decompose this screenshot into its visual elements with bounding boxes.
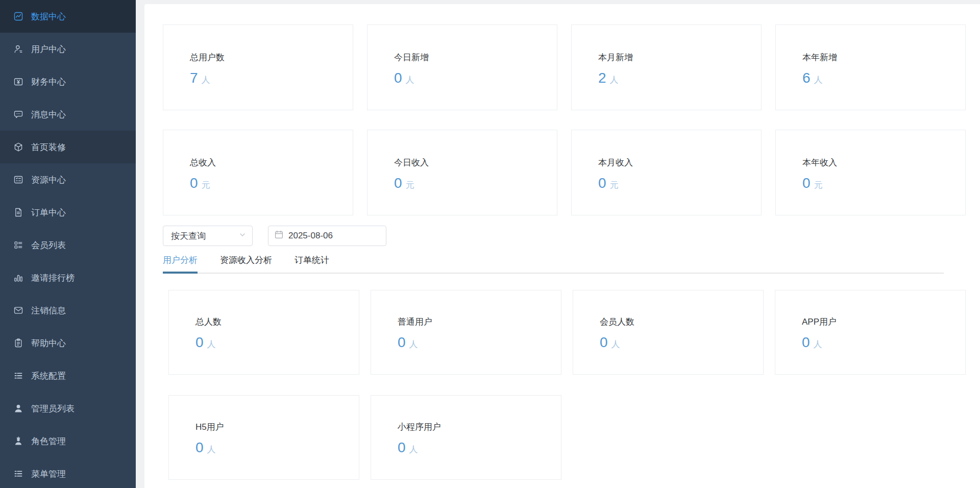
sidebar-item-label: 资源中心 (31, 174, 66, 186)
sidebar-item-label: 消息中心 (31, 109, 66, 120)
stat-label: 本月收入 (598, 157, 761, 168)
stat-card-total-users: 总用户数 7人 (163, 25, 353, 110)
sidebar-item-label: 系统配置 (31, 370, 66, 382)
member-list-icon (13, 240, 23, 250)
sidebar-item-help-center[interactable]: 帮助中心 (0, 327, 136, 359)
menu-lines-icon (13, 371, 23, 381)
filter-row: 按天查询 2025-08-06 (163, 226, 966, 246)
analysis-tabs: 用户分析 资源收入分析 订单统计 (163, 254, 944, 274)
stat-card-year-revenue: 本年收入 0元 (775, 130, 966, 215)
sidebar-item-label: 订单中心 (31, 207, 66, 218)
order-document-icon (13, 207, 23, 217)
menu-lines-icon (13, 469, 23, 479)
admin-person-icon (13, 403, 23, 413)
sidebar-item-resource-center[interactable]: 资源中心 (0, 163, 136, 196)
sidebar-item-label: 菜单管理 (31, 468, 66, 480)
stat-value: 0人 (394, 70, 557, 86)
sidebar-item-admin-list[interactable]: 管理员列表 (0, 392, 136, 425)
stat-value: 0人 (195, 440, 359, 456)
stat-value: 0人 (398, 334, 561, 351)
stat-label: 本年新增 (802, 52, 965, 63)
sidebar-item-label: 财务中心 (31, 76, 66, 88)
user-analysis-section: 总人数 0人 普通用户 0人 会员人数 0人 APP用户 0人 H5用户 (168, 290, 966, 480)
finance-box-icon (13, 77, 23, 87)
stat-label: 总用户数 (190, 52, 353, 63)
calendar-icon (275, 230, 283, 241)
stat-value: 0人 (802, 334, 965, 351)
stat-label: 本年收入 (802, 157, 965, 168)
stat-label: 今日收入 (394, 157, 557, 168)
stat-value: 0人 (195, 334, 359, 351)
tab-order-statistics[interactable]: 订单统计 (295, 254, 329, 273)
stat-label: 本月新增 (598, 52, 761, 63)
sidebar-item-order-center[interactable]: 订单中心 (0, 196, 136, 229)
stat-card-miniprogram-users: 小程序用户 0人 (371, 395, 561, 480)
query-type-select[interactable]: 按天查询 (163, 226, 253, 246)
stat-label: APP用户 (802, 316, 965, 328)
stat-label: 总收入 (190, 157, 353, 168)
stat-value: 0人 (600, 334, 763, 351)
sidebar-item-user-center[interactable]: 用户中心 (0, 33, 136, 65)
stat-card-app-users: APP用户 0人 (775, 290, 966, 375)
stat-card-total-people: 总人数 0人 (168, 290, 359, 375)
stat-card-month-new: 本月新增 2人 (571, 25, 762, 110)
stat-card-today-revenue: 今日收入 0元 (367, 130, 557, 215)
sidebar-item-finance-center[interactable]: 财务中心 (0, 65, 136, 98)
date-picker-input[interactable]: 2025-08-06 (268, 226, 386, 246)
chevron-down-icon (239, 231, 246, 241)
stat-card-today-new: 今日新增 0人 (367, 25, 557, 110)
stat-label: H5用户 (195, 421, 359, 433)
role-person-icon (13, 436, 23, 446)
sidebar: 数据中心 用户中心 财务中心 消息中心 首页装修 (0, 0, 136, 488)
sidebar-item-system-config[interactable]: 系统配置 (0, 359, 136, 392)
stat-label: 总人数 (195, 316, 359, 328)
stat-value: 7人 (190, 70, 353, 86)
sidebar-item-logout-info[interactable]: 注销信息 (0, 294, 136, 327)
main-panel: 总用户数 7人 今日新增 0人 本月新增 2人 本年新增 6人 总收入 (144, 4, 980, 488)
stat-card-normal-users: 普通用户 0人 (371, 290, 561, 375)
app-root: 数据中心 用户中心 财务中心 消息中心 首页装修 (0, 0, 980, 488)
stat-label: 会员人数 (600, 316, 763, 328)
stat-label: 小程序用户 (398, 421, 561, 433)
user-icon (13, 44, 23, 54)
stat-value: 0元 (802, 175, 965, 191)
sidebar-item-message-center[interactable]: 消息中心 (0, 98, 136, 131)
resource-list-icon (13, 175, 23, 185)
mail-icon (13, 305, 23, 315)
stat-value: 0元 (394, 175, 557, 191)
tab-user-analysis[interactable]: 用户分析 (163, 254, 198, 273)
sidebar-item-label: 用户中心 (31, 43, 66, 55)
query-type-value: 按天查询 (171, 230, 206, 242)
tab-resource-revenue-analysis[interactable]: 资源收入分析 (220, 254, 272, 273)
sidebar-item-role-management[interactable]: 角色管理 (0, 425, 136, 457)
date-value: 2025-08-06 (288, 231, 333, 241)
message-bubble-icon (13, 109, 23, 119)
sidebar-item-label: 数据中心 (31, 11, 66, 22)
sidebar-item-label: 注销信息 (31, 305, 66, 316)
stat-card-h5-users: H5用户 0人 (168, 395, 359, 480)
stat-value: 2人 (598, 70, 761, 86)
sidebar-item-data-center[interactable]: 数据中心 (0, 0, 136, 33)
sidebar-item-label: 会员列表 (31, 239, 66, 251)
sidebar-item-label: 首页装修 (31, 141, 66, 153)
overview-section: 总用户数 7人 今日新增 0人 本月新增 2人 本年新增 6人 总收入 (163, 25, 966, 215)
stat-value: 0元 (190, 175, 353, 191)
bar-chart-icon (13, 273, 23, 283)
trend-chart-icon (13, 11, 23, 21)
sidebar-item-label: 帮助中心 (31, 337, 66, 349)
stat-value: 0人 (398, 440, 561, 456)
stat-value: 6人 (802, 70, 965, 86)
stat-card-total-revenue: 总收入 0元 (163, 130, 353, 215)
sidebar-item-label: 邀请排行榜 (31, 272, 75, 284)
main-area: 总用户数 7人 今日新增 0人 本月新增 2人 本年新增 6人 总收入 (136, 0, 980, 488)
cube-icon (13, 142, 23, 152)
stat-card-year-new: 本年新增 6人 (775, 25, 966, 110)
sidebar-item-homepage-decoration[interactable]: 首页装修 (0, 131, 136, 163)
sidebar-item-label: 角色管理 (31, 435, 66, 447)
sidebar-item-menu-management[interactable]: 菜单管理 (0, 457, 136, 488)
sidebar-item-member-list[interactable]: 会员列表 (0, 229, 136, 261)
sidebar-item-invite-ranking[interactable]: 邀请排行榜 (0, 261, 136, 294)
stat-label: 今日新增 (394, 52, 557, 63)
stat-card-member-count: 会员人数 0人 (573, 290, 764, 375)
stat-card-month-revenue: 本月收入 0元 (571, 130, 762, 215)
